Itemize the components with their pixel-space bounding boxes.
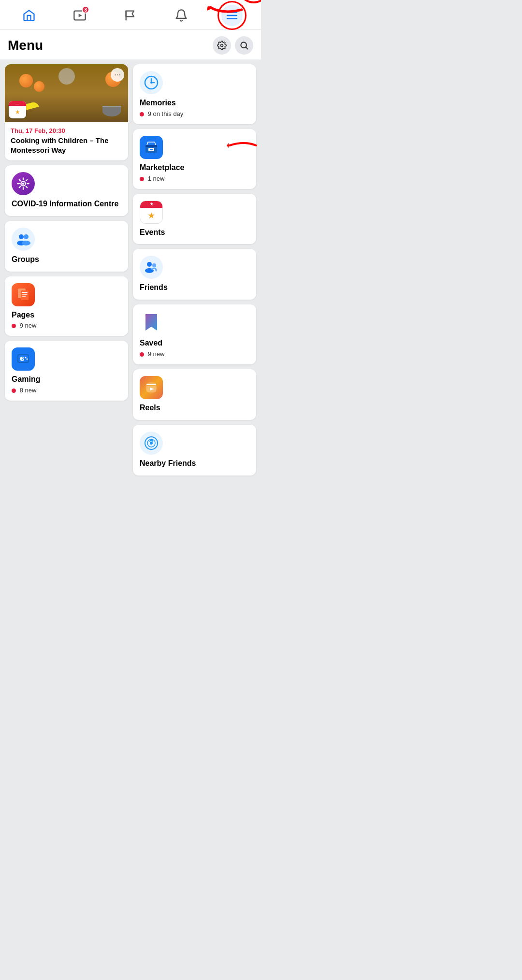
svg-text:G: G — [20, 356, 24, 362]
svg-point-36 — [147, 262, 152, 267]
event-info: Thu, 17 Feb, 20:30 Cooking with Children… — [5, 122, 128, 160]
pages-badge: 9 new — [12, 322, 121, 329]
svg-marker-7 — [207, 6, 212, 11]
svg-rect-34 — [150, 149, 153, 150]
saved-label: Saved — [140, 338, 249, 348]
cal-star: ★ — [15, 109, 20, 115]
marketplace-label: Marketplace — [140, 163, 249, 173]
image-more-button[interactable]: ··· — [111, 68, 124, 82]
groups-card[interactable]: Groups — [5, 221, 128, 272]
saved-card[interactable]: Saved 9 new — [133, 304, 256, 364]
top-navigation: 8 — [0, 0, 261, 29]
left-column: ··· — ★ Thu, 17 Feb, 20:30 Cooking with … — [5, 64, 128, 476]
events-label: Events — [140, 228, 249, 238]
reels-card[interactable]: Reels — [133, 369, 256, 420]
svg-point-16 — [22, 241, 30, 245]
event-title: Cooking with Children – The Montessori W… — [11, 136, 122, 155]
gaming-card[interactable]: G Gaming 8 new — [5, 341, 128, 401]
video-nav-icon[interactable]: 8 — [69, 5, 90, 26]
right-column: Memories 9 on this day — [133, 64, 256, 476]
event-image: ··· — ★ — [5, 64, 128, 122]
friends-label: Friends — [140, 283, 249, 293]
covid-icon — [12, 172, 35, 195]
memories-icon — [140, 71, 163, 94]
friends-card[interactable]: Friends — [133, 249, 256, 300]
video-badge: 8 — [82, 6, 89, 14]
menu-title: Menu — [8, 38, 43, 53]
bell-nav-icon[interactable] — [171, 5, 192, 26]
pages-label: Pages — [12, 310, 121, 320]
home-nav-icon[interactable] — [18, 5, 40, 26]
menu-grid: ··· — ★ Thu, 17 Feb, 20:30 Cooking with … — [0, 59, 261, 480]
svg-point-8 — [221, 44, 223, 47]
menu-header: Menu — [0, 29, 261, 59]
marketplace-dot — [140, 177, 144, 181]
covid-card[interactable]: COVID-19 Information Centre — [5, 165, 128, 216]
svg-point-27 — [27, 359, 28, 360]
event-calendar-badge: — ★ — [9, 101, 26, 118]
event-date: Thu, 17 Feb, 20:30 — [11, 127, 122, 134]
svg-rect-40 — [146, 384, 156, 385]
reels-icon — [140, 376, 163, 399]
gaming-label: Gaming — [12, 375, 121, 385]
gaming-icon: G — [12, 347, 35, 371]
search-button[interactable] — [235, 36, 253, 55]
svg-marker-1 — [79, 14, 82, 17]
groups-icon — [12, 228, 35, 251]
memories-label: Memories — [140, 98, 249, 108]
svg-point-38 — [152, 263, 156, 267]
memories-dot — [140, 112, 144, 116]
nearby-label: Nearby Friends — [140, 459, 249, 469]
reels-label: Reels — [140, 403, 249, 413]
event-card[interactable]: ··· — ★ Thu, 17 Feb, 20:30 Cooking with … — [5, 64, 128, 160]
flag-nav-icon[interactable] — [120, 5, 141, 26]
svg-point-12 — [22, 183, 25, 185]
svg-point-13 — [19, 234, 24, 239]
marketplace-card[interactable]: Marketplace 1 new — [133, 129, 256, 189]
marketplace-badge: 1 new — [140, 175, 249, 182]
memories-subtitle: 9 on this day — [140, 110, 249, 117]
marketplace-icon — [140, 136, 163, 159]
food-orange-1 — [19, 74, 33, 87]
saved-badge: 9 new — [140, 350, 249, 358]
pages-dot — [12, 324, 16, 328]
events-card[interactable]: ★ ★ Events — [133, 194, 256, 245]
covid-label: COVID-19 Information Centre — [12, 199, 121, 209]
food-orange-2 — [34, 81, 44, 92]
svg-point-45 — [150, 442, 153, 445]
friends-icon — [140, 256, 163, 279]
svg-marker-35 — [227, 143, 229, 148]
svg-point-14 — [24, 234, 29, 239]
svg-rect-32 — [145, 145, 157, 147]
groups-label: Groups — [12, 255, 121, 265]
saved-icon — [140, 311, 163, 334]
svg-point-26 — [25, 357, 27, 359]
nearby-icon — [140, 432, 163, 455]
memories-card[interactable]: Memories 9 on this day — [133, 64, 256, 124]
events-icon: ★ ★ — [140, 201, 163, 224]
nearby-friends-card[interactable]: Nearby Friends — [133, 425, 256, 476]
menu-nav-icon[interactable] — [221, 5, 243, 26]
cal-top-bar: — — [15, 101, 19, 106]
svg-line-10 — [246, 47, 248, 49]
svg-point-6 — [239, 0, 261, 2]
gaming-dot — [12, 389, 16, 393]
svg-point-30 — [150, 82, 152, 84]
saved-dot — [140, 352, 144, 357]
settings-button[interactable] — [213, 36, 231, 55]
marketplace-arrow — [220, 136, 259, 155]
pages-card[interactable]: Pages 9 new — [5, 276, 128, 336]
pages-icon — [12, 283, 35, 306]
header-action-icons — [213, 36, 253, 55]
gaming-badge: 8 new — [12, 387, 121, 394]
